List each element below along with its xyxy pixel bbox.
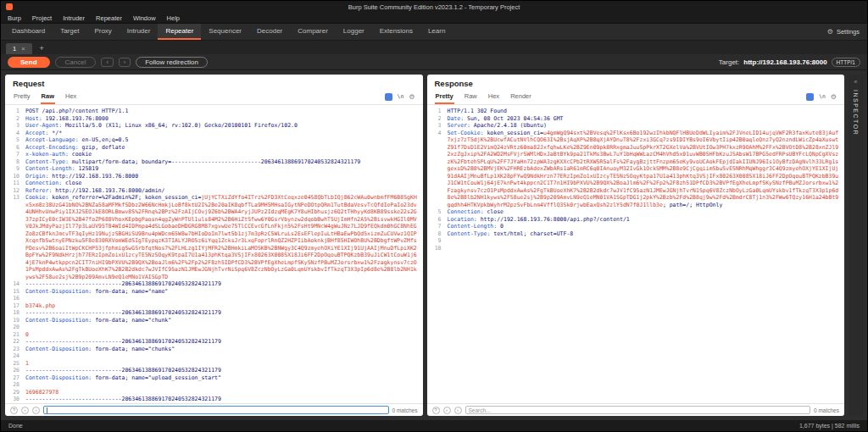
code-line: 6Accept-Encoding: gzip, deflate — [5, 144, 423, 152]
gear-icon[interactable]: ⚙ — [409, 93, 415, 101]
repeater-tab-bar: 1 × + — [1, 41, 867, 54]
code-line: 10Origin: http://192.168.193.76:8000 — [5, 173, 423, 180]
add-tab-button[interactable]: + — [35, 44, 49, 54]
request-panel-title: Request — [5, 75, 423, 89]
tab-comparer[interactable]: Comparer — [290, 24, 336, 40]
code-line: 11Connection: close — [5, 180, 423, 187]
code-line: 14-----------------------------206346138… — [5, 280, 423, 288]
send-button[interactable]: Send — [8, 57, 50, 68]
code-line: 16 — [5, 295, 423, 302]
code-line: 19Content-Disposition: form-data; name="… — [5, 317, 423, 324]
history-back-button[interactable]: ‹ — [101, 58, 113, 67]
response-tab-raw[interactable]: Raw — [464, 91, 478, 104]
inspector-label: INSPECTOR — [853, 90, 859, 136]
menu-help[interactable]: Help — [167, 14, 180, 22]
code-line: 24 — [5, 352, 423, 360]
request-editor[interactable]: 1POST /api.php?/content HTTP/1.12Host: 1… — [5, 105, 423, 403]
response-tab-render[interactable]: Render — [509, 91, 532, 104]
response-search-input[interactable] — [465, 406, 811, 414]
status-bar: Done 1,677 bytes | 582 millis — [1, 420, 867, 431]
request-tab-pretty[interactable]: Pretty — [13, 91, 31, 104]
request-tab-icons: \n ⚙ — [385, 93, 415, 102]
code-line: 2Date: Sun, 08 Oct 2023 04:54:36 GMT — [427, 115, 845, 123]
tab-proxy[interactable]: Proxy — [86, 24, 119, 40]
response-tab-hex[interactable]: Hex — [487, 91, 500, 104]
next-match-icon[interactable]: › — [454, 407, 462, 414]
response-tab-pretty[interactable]: Pretty — [435, 91, 454, 104]
code-line: 5Connection: close — [427, 208, 845, 216]
code-line: 3Server: Apache/2.4.18 (Ubuntu) — [427, 122, 845, 130]
menu-burp[interactable]: Burp — [8, 14, 21, 22]
code-line: 251 — [5, 360, 423, 368]
tab-target[interactable]: Target — [53, 24, 86, 40]
code-line: 18-----------------------------206346138… — [5, 309, 423, 317]
request-match-count: 0 matches — [392, 407, 418, 413]
newline-toggle-icon[interactable]: \n — [398, 93, 404, 100]
collapse-icon[interactable]: « — [854, 79, 858, 85]
code-line: 12Referer: http://192.168.193.76:8000/ad… — [5, 187, 423, 195]
prev-match-icon[interactable]: ‹ — [443, 407, 451, 414]
http-version-badge[interactable]: HTTP/1 — [832, 58, 860, 67]
code-line: 1HTTP/1.1 302 Found — [427, 108, 845, 115]
code-line: 22-----------------------------206346138… — [5, 338, 423, 346]
request-tab-raw[interactable]: Raw — [41, 91, 55, 104]
response-tab-icons: \n ⚙ — [806, 93, 837, 102]
code-line: 7x-koken-auth: cookie — [5, 151, 423, 158]
code-line: 27Content-Disposition: form-data; name="… — [5, 374, 423, 382]
response-viewer: 1HTTP/1.1 302 Found2Date: Sun, 08 Oct 20… — [427, 105, 845, 403]
code-line: 3User-Agent: Mozilla/5.0 (X11; Linux x86… — [5, 122, 423, 130]
editor-layout-icon[interactable] — [806, 93, 814, 101]
main-tab-bar: Dashboard Target Proxy Intruder Repeater… — [1, 24, 867, 41]
code-line: 8Content-Type: text/html; charset=UTF-8 — [427, 230, 845, 238]
history-forward-button[interactable]: › — [119, 58, 131, 67]
menu-intruder[interactable]: Intruder — [63, 14, 85, 22]
burp-logo-icon — [6, 3, 13, 10]
gear-icon: ⚙ — [827, 28, 833, 36]
settings-button[interactable]: ⚙ Settings — [827, 24, 867, 40]
response-search-wrap — [465, 406, 811, 414]
status-done: Done — [8, 423, 23, 429]
request-search-input[interactable] — [43, 406, 389, 414]
menu-window[interactable]: Window — [133, 14, 156, 22]
tab-sequencer[interactable]: Sequencer — [201, 24, 249, 40]
search-settings-icon[interactable]: ? — [432, 407, 440, 414]
menu-project[interactable]: Project — [32, 14, 52, 22]
repeater-tab-label: 1 — [13, 45, 16, 53]
request-search-bar: ? ‹ › 0 matches — [5, 403, 423, 416]
close-icon[interactable]: × — [21, 45, 25, 53]
tab-decoder[interactable]: Decoder — [249, 24, 290, 40]
inspector-sidebar[interactable]: « INSPECTOR — [849, 75, 863, 416]
editor-layout-icon[interactable] — [385, 93, 392, 101]
title-bar: Burp Suite Community Edition v2023.1.2 -… — [1, 1, 867, 13]
tab-intruder[interactable]: Intruder — [120, 24, 159, 40]
response-view-tabs: Pretty Raw Hex Render \n ⚙ — [427, 89, 845, 105]
repeater-toolbar: Send Cancel ‹ › Follow redirection Targe… — [1, 54, 867, 70]
repeater-tab-1[interactable]: 1 × — [6, 43, 32, 54]
prev-match-icon[interactable]: ‹ — [21, 407, 29, 414]
code-line: 28 — [5, 381, 423, 389]
response-search-bar: ? ‹ › 0 matches — [427, 403, 845, 416]
target-area: Target: http://192.168.193.76:8000 HTTP/… — [719, 58, 860, 67]
follow-redirection-button[interactable]: Follow redirection — [136, 57, 208, 68]
tab-extensions[interactable]: Extensions — [372, 24, 420, 40]
gear-icon[interactable]: ⚙ — [831, 93, 837, 101]
target-label: Target: — [719, 58, 739, 66]
content-area: Request Pretty Raw Hex \n ⚙ 1POST /api.p… — [1, 70, 867, 420]
menu-repeater[interactable]: Repeater — [96, 14, 122, 22]
code-line: 4Accept: */* — [5, 130, 423, 137]
menu-bar: Burp Project Intruder Repeater Window He… — [1, 13, 867, 24]
cancel-button[interactable]: Cancel — [55, 57, 97, 68]
newline-toggle-icon[interactable]: \n — [819, 93, 826, 100]
tab-dashboard[interactable]: Dashboard — [4, 24, 53, 40]
code-line: 6Location: http://192.168.193.76:8000/ap… — [427, 216, 845, 224]
request-tab-hex[interactable]: Hex — [64, 91, 77, 104]
code-line: 9Content-Length: 125819 — [5, 165, 423, 173]
tab-repeater[interactable]: Repeater — [158, 24, 201, 40]
tab-learn[interactable]: Learn — [420, 24, 453, 40]
status-metrics: 1,677 bytes | 582 millis — [799, 423, 860, 429]
code-line: 5Accept-Language: en-US,en;q=0.5 — [5, 136, 423, 144]
tab-logger[interactable]: Logger — [336, 24, 372, 40]
target-value[interactable]: http://192.168.193.76:8000 — [743, 58, 826, 66]
next-match-icon[interactable]: › — [32, 407, 40, 414]
search-settings-icon[interactable]: ? — [10, 407, 18, 414]
